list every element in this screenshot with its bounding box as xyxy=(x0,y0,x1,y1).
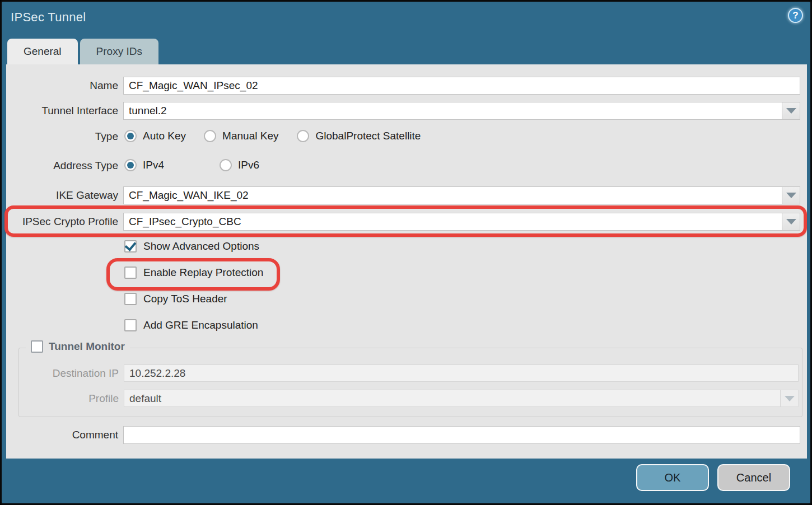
ike-gateway-label: IKE Gateway xyxy=(6,186,118,204)
tunnel-monitor-label: Tunnel Monitor xyxy=(49,340,125,353)
profile-label: Profile xyxy=(19,390,119,408)
ike-gateway-dropdown-button[interactable] xyxy=(782,186,800,204)
radio-manual-key[interactable]: Manual Key xyxy=(204,130,278,142)
chevron-down-icon xyxy=(785,396,795,401)
checkbox-icon xyxy=(31,340,43,353)
type-label: Type xyxy=(6,129,118,144)
destination-ip-label: Destination IP xyxy=(19,364,119,382)
checkbox-icon xyxy=(124,293,137,305)
checkbox-show-advanced-options[interactable]: Show Advanced Options xyxy=(124,240,259,252)
tunnel-monitor-fieldset: Tunnel Monitor Destination IP Profile xyxy=(18,348,802,417)
radio-icon xyxy=(220,159,232,171)
ipsec-crypto-profile-label: IPSec Crypto Profile xyxy=(6,213,118,231)
radio-icon xyxy=(124,159,137,171)
checkbox-tunnel-monitor[interactable]: Tunnel Monitor xyxy=(26,340,130,353)
comment-input[interactable] xyxy=(123,426,800,444)
chevron-down-icon xyxy=(786,219,796,225)
chevron-down-icon xyxy=(786,108,796,114)
tab-proxy-ids[interactable]: Proxy IDs xyxy=(80,39,158,64)
dialog-title: IPSec Tunnel xyxy=(11,10,86,25)
comment-label: Comment xyxy=(6,426,118,444)
checkbox-add-gre-encapsulation[interactable]: Add GRE Encapsulation xyxy=(124,319,258,331)
checkbox-copy-tos-header[interactable]: Copy ToS Header xyxy=(124,293,227,305)
ipsec-crypto-profile-dropdown-button[interactable] xyxy=(782,213,800,231)
radio-icon xyxy=(204,130,216,142)
checkbox-enable-replay-protection[interactable]: Enable Replay Protection xyxy=(124,266,263,279)
profile-input xyxy=(124,390,781,407)
cancel-button[interactable]: Cancel xyxy=(717,464,790,491)
checkbox-icon xyxy=(124,319,137,331)
name-input[interactable] xyxy=(123,77,800,95)
checkbox-label: Show Advanced Options xyxy=(143,240,259,252)
checkbox-icon xyxy=(124,240,137,252)
ipsec-crypto-profile-input[interactable] xyxy=(123,213,782,231)
tunnel-interface-input[interactable] xyxy=(123,102,782,120)
checkbox-icon xyxy=(124,266,137,279)
radio-ipv6[interactable]: IPv6 xyxy=(220,159,259,171)
radio-icon xyxy=(297,130,309,142)
radio-label: IPv4 xyxy=(143,159,164,171)
radio-ipv4[interactable]: IPv4 xyxy=(124,159,164,171)
type-row: Type Auto Key Manual Key GlobalProtect S… xyxy=(6,129,807,144)
checkbox-label: Add GRE Encapsulation xyxy=(143,319,258,331)
tab-bar: General Proxy IDs xyxy=(7,39,158,64)
destination-ip-input xyxy=(124,364,799,382)
radio-label: Auto Key xyxy=(143,130,186,142)
ipsec-tunnel-dialog: IPSec Tunnel ? General Proxy IDs Name Tu… xyxy=(0,0,812,505)
address-type-label: Address Type xyxy=(6,158,118,174)
ike-gateway-input[interactable] xyxy=(123,186,782,204)
radio-icon xyxy=(124,130,137,142)
dialog-titlebar: IPSec Tunnel ? xyxy=(2,2,810,37)
tab-general[interactable]: General xyxy=(7,39,78,64)
help-icon[interactable]: ? xyxy=(788,8,803,23)
checkbox-label: Copy ToS Header xyxy=(143,293,227,305)
ok-button[interactable]: OK xyxy=(636,464,709,491)
radio-label: Manual Key xyxy=(222,130,278,142)
checkbox-label: Enable Replay Protection xyxy=(143,266,263,279)
profile-dropdown-button xyxy=(781,390,799,407)
radio-label: GlobalProtect Satellite xyxy=(315,130,421,142)
dialog-footer: OK Cancel xyxy=(2,455,810,503)
dialog-body: Name Tunnel Interface Type Auto Key Manu… xyxy=(6,64,807,459)
address-type-row: Address Type IPv4 IPv6 xyxy=(6,158,807,174)
tunnel-interface-label: Tunnel Interface xyxy=(6,102,118,120)
radio-auto-key[interactable]: Auto Key xyxy=(124,130,186,142)
name-label: Name xyxy=(6,77,118,95)
radio-globalprotect-satellite[interactable]: GlobalProtect Satellite xyxy=(297,130,421,142)
tunnel-interface-dropdown-button[interactable] xyxy=(782,102,800,120)
radio-label: IPv6 xyxy=(238,159,259,171)
chevron-down-icon xyxy=(786,193,796,198)
